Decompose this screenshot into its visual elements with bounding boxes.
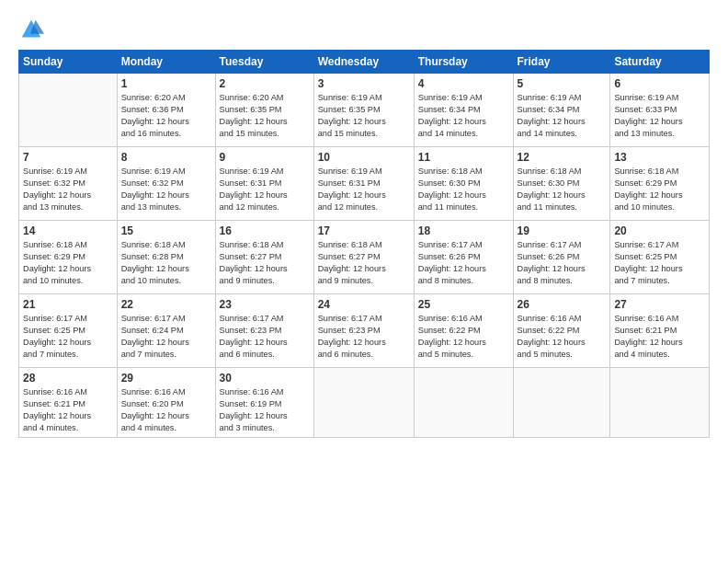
col-header-tuesday: Tuesday bbox=[215, 51, 313, 74]
day-info: Sunrise: 6:16 AM Sunset: 6:19 PM Dayligh… bbox=[220, 386, 310, 434]
day-number: 28 bbox=[23, 372, 113, 385]
day-number: 5 bbox=[518, 77, 607, 90]
day-info: Sunrise: 6:20 AM Sunset: 6:35 PM Dayligh… bbox=[220, 92, 310, 140]
day-info: Sunrise: 6:18 AM Sunset: 6:29 PM Dayligh… bbox=[23, 239, 113, 287]
day-cell: 18Sunrise: 6:17 AM Sunset: 6:26 PM Dayli… bbox=[414, 221, 513, 294]
week-row-2: 7Sunrise: 6:19 AM Sunset: 6:32 PM Daylig… bbox=[19, 147, 710, 221]
week-row-5: 28Sunrise: 6:16 AM Sunset: 6:21 PM Dayli… bbox=[19, 368, 710, 438]
day-number: 30 bbox=[220, 372, 310, 385]
day-number: 19 bbox=[518, 224, 607, 237]
day-number: 16 bbox=[220, 224, 310, 237]
day-info: Sunrise: 6:18 AM Sunset: 6:29 PM Dayligh… bbox=[614, 166, 705, 213]
day-number: 24 bbox=[318, 298, 410, 311]
day-cell: 26Sunrise: 6:16 AM Sunset: 6:22 PM Dayli… bbox=[513, 294, 610, 368]
header bbox=[18, 17, 710, 42]
day-info: Sunrise: 6:19 AM Sunset: 6:32 PM Dayligh… bbox=[23, 166, 113, 213]
logo bbox=[18, 17, 48, 42]
day-info: Sunrise: 6:19 AM Sunset: 6:33 PM Dayligh… bbox=[614, 92, 705, 140]
logo-icon bbox=[18, 17, 44, 42]
day-number: 18 bbox=[418, 224, 509, 237]
day-cell: 12Sunrise: 6:18 AM Sunset: 6:30 PM Dayli… bbox=[513, 147, 610, 221]
day-cell: 20Sunrise: 6:17 AM Sunset: 6:25 PM Dayli… bbox=[610, 221, 710, 294]
day-info: Sunrise: 6:18 AM Sunset: 6:30 PM Dayligh… bbox=[518, 166, 607, 213]
day-info: Sunrise: 6:17 AM Sunset: 6:25 PM Dayligh… bbox=[23, 313, 113, 361]
day-number: 23 bbox=[220, 298, 310, 311]
day-cell: 25Sunrise: 6:16 AM Sunset: 6:22 PM Dayli… bbox=[414, 294, 513, 368]
day-cell: 16Sunrise: 6:18 AM Sunset: 6:27 PM Dayli… bbox=[215, 221, 313, 294]
col-header-monday: Monday bbox=[117, 51, 215, 74]
day-cell bbox=[610, 368, 710, 438]
day-info: Sunrise: 6:19 AM Sunset: 6:32 PM Dayligh… bbox=[121, 166, 211, 213]
day-info: Sunrise: 6:17 AM Sunset: 6:23 PM Dayligh… bbox=[318, 313, 410, 361]
day-number: 13 bbox=[614, 151, 705, 164]
day-cell: 4Sunrise: 6:19 AM Sunset: 6:34 PM Daylig… bbox=[414, 74, 513, 147]
day-cell: 30Sunrise: 6:16 AM Sunset: 6:19 PM Dayli… bbox=[215, 368, 313, 438]
day-number: 7 bbox=[23, 151, 113, 164]
day-number: 15 bbox=[121, 224, 211, 237]
day-info: Sunrise: 6:16 AM Sunset: 6:21 PM Dayligh… bbox=[23, 386, 113, 434]
day-cell: 24Sunrise: 6:17 AM Sunset: 6:23 PM Dayli… bbox=[313, 294, 414, 368]
day-info: Sunrise: 6:19 AM Sunset: 6:34 PM Dayligh… bbox=[518, 92, 607, 140]
day-cell: 5Sunrise: 6:19 AM Sunset: 6:34 PM Daylig… bbox=[513, 74, 610, 147]
day-number: 10 bbox=[318, 151, 410, 164]
day-info: Sunrise: 6:16 AM Sunset: 6:22 PM Dayligh… bbox=[518, 313, 607, 361]
day-number: 25 bbox=[418, 298, 509, 311]
calendar-table: SundayMondayTuesdayWednesdayThursdayFrid… bbox=[18, 50, 710, 438]
day-cell: 27Sunrise: 6:16 AM Sunset: 6:21 PM Dayli… bbox=[610, 294, 710, 368]
col-header-thursday: Thursday bbox=[414, 51, 513, 74]
day-number: 22 bbox=[121, 298, 211, 311]
day-number: 9 bbox=[220, 151, 310, 164]
day-info: Sunrise: 6:19 AM Sunset: 6:31 PM Dayligh… bbox=[220, 166, 310, 213]
day-cell: 14Sunrise: 6:18 AM Sunset: 6:29 PM Dayli… bbox=[19, 221, 118, 294]
page: SundayMondayTuesdayWednesdayThursdayFrid… bbox=[0, 0, 728, 563]
day-cell: 17Sunrise: 6:18 AM Sunset: 6:27 PM Dayli… bbox=[313, 221, 414, 294]
col-header-sunday: Sunday bbox=[19, 51, 118, 74]
col-header-friday: Friday bbox=[513, 51, 610, 74]
day-number: 4 bbox=[418, 77, 509, 90]
day-number: 1 bbox=[121, 77, 211, 90]
day-info: Sunrise: 6:18 AM Sunset: 6:27 PM Dayligh… bbox=[220, 239, 310, 287]
day-info: Sunrise: 6:17 AM Sunset: 6:25 PM Dayligh… bbox=[614, 239, 705, 287]
day-info: Sunrise: 6:19 AM Sunset: 6:34 PM Dayligh… bbox=[418, 92, 509, 140]
day-info: Sunrise: 6:19 AM Sunset: 6:35 PM Dayligh… bbox=[318, 92, 410, 140]
week-row-4: 21Sunrise: 6:17 AM Sunset: 6:25 PM Dayli… bbox=[19, 294, 710, 368]
day-info: Sunrise: 6:17 AM Sunset: 6:26 PM Dayligh… bbox=[418, 239, 509, 287]
day-cell: 6Sunrise: 6:19 AM Sunset: 6:33 PM Daylig… bbox=[610, 74, 710, 147]
day-info: Sunrise: 6:16 AM Sunset: 6:20 PM Dayligh… bbox=[121, 386, 211, 434]
day-cell bbox=[414, 368, 513, 438]
day-info: Sunrise: 6:17 AM Sunset: 6:26 PM Dayligh… bbox=[518, 239, 607, 287]
col-header-wednesday: Wednesday bbox=[313, 51, 414, 74]
week-row-1: 1Sunrise: 6:20 AM Sunset: 6:36 PM Daylig… bbox=[19, 74, 710, 147]
header-row: SundayMondayTuesdayWednesdayThursdayFrid… bbox=[19, 51, 710, 74]
day-number: 12 bbox=[518, 151, 607, 164]
day-number: 20 bbox=[614, 224, 705, 237]
col-header-saturday: Saturday bbox=[610, 51, 710, 74]
day-cell: 22Sunrise: 6:17 AM Sunset: 6:24 PM Dayli… bbox=[117, 294, 215, 368]
day-cell: 10Sunrise: 6:19 AM Sunset: 6:31 PM Dayli… bbox=[313, 147, 414, 221]
day-cell: 3Sunrise: 6:19 AM Sunset: 6:35 PM Daylig… bbox=[313, 74, 414, 147]
day-number: 14 bbox=[23, 224, 113, 237]
day-number: 29 bbox=[121, 372, 211, 385]
day-cell bbox=[313, 368, 414, 438]
day-number: 6 bbox=[614, 77, 705, 90]
day-info: Sunrise: 6:18 AM Sunset: 6:30 PM Dayligh… bbox=[418, 166, 509, 213]
day-cell: 11Sunrise: 6:18 AM Sunset: 6:30 PM Dayli… bbox=[414, 147, 513, 221]
day-number: 27 bbox=[614, 298, 705, 311]
day-number: 17 bbox=[318, 224, 410, 237]
day-info: Sunrise: 6:20 AM Sunset: 6:36 PM Dayligh… bbox=[121, 92, 211, 140]
day-cell: 19Sunrise: 6:17 AM Sunset: 6:26 PM Dayli… bbox=[513, 221, 610, 294]
day-info: Sunrise: 6:16 AM Sunset: 6:22 PM Dayligh… bbox=[418, 313, 509, 361]
day-cell: 1Sunrise: 6:20 AM Sunset: 6:36 PM Daylig… bbox=[117, 74, 215, 147]
week-row-3: 14Sunrise: 6:18 AM Sunset: 6:29 PM Dayli… bbox=[19, 221, 710, 294]
day-number: 2 bbox=[220, 77, 310, 90]
day-cell: 7Sunrise: 6:19 AM Sunset: 6:32 PM Daylig… bbox=[19, 147, 118, 221]
day-number: 21 bbox=[23, 298, 113, 311]
day-info: Sunrise: 6:17 AM Sunset: 6:24 PM Dayligh… bbox=[121, 313, 211, 361]
day-cell: 29Sunrise: 6:16 AM Sunset: 6:20 PM Dayli… bbox=[117, 368, 215, 438]
day-number: 8 bbox=[121, 151, 211, 164]
day-cell: 13Sunrise: 6:18 AM Sunset: 6:29 PM Dayli… bbox=[610, 147, 710, 221]
day-cell: 28Sunrise: 6:16 AM Sunset: 6:21 PM Dayli… bbox=[19, 368, 118, 438]
day-number: 26 bbox=[518, 298, 607, 311]
day-cell: 21Sunrise: 6:17 AM Sunset: 6:25 PM Dayli… bbox=[19, 294, 118, 368]
day-cell bbox=[19, 74, 118, 147]
